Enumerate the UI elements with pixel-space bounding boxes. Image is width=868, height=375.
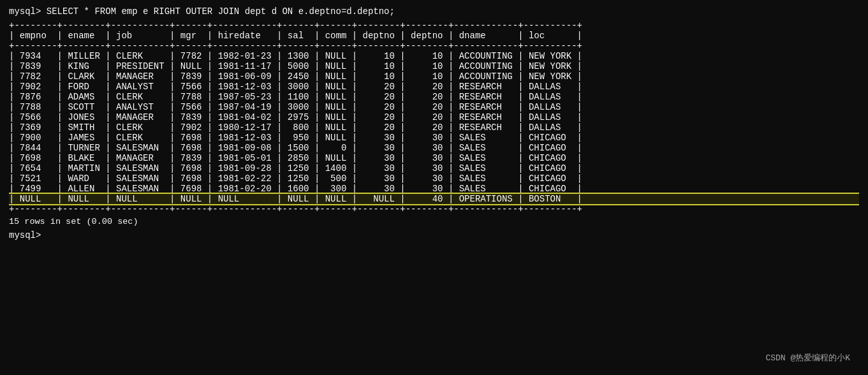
rows-info: 15 rows in set (0.00 sec) <box>9 217 859 226</box>
table-row: | 7698 | BLAKE | MANAGER | 7839 | 1981-0… <box>9 153 859 163</box>
table-row: | 7499 | ALLEN | SALESMAN | 7698 | 1981-… <box>9 184 859 194</box>
table-row: | 7844 | TURNER | SALESMAN | 7698 | 1981… <box>9 143 859 153</box>
table-row: | 7876 | ADAMS | CLERK | 7788 | 1987-05-… <box>9 92 859 102</box>
table-row: | 7788 | SCOTT | ANALYST | 7566 | 1987-0… <box>9 102 859 112</box>
bottom-border: +--------+--------+-----------+------+--… <box>9 204 859 214</box>
header-separator: +--------+--------+-----------+------+--… <box>9 41 859 51</box>
table-row: | 7839 | KING | PRESIDENT | NULL | 1981-… <box>9 61 859 71</box>
terminal-window: mysql> SELECT * FROM emp e RIGHT OUTER J… <box>9 6 859 369</box>
table-header: | empno | ename | job | mgr | hiredate |… <box>9 31 859 41</box>
watermark: CSDN @热爱编程的小K <box>765 352 850 364</box>
highlighted-row-container: | NULL | NULL | NULL | NULL | NULL | NUL… <box>9 194 859 204</box>
table-row: | 7902 | FORD | ANALYST | 7566 | 1981-12… <box>9 82 859 92</box>
table-row: | 7369 | SMITH | CLERK | 7902 | 1980-12-… <box>9 122 859 133</box>
data-rows: | 7934 | MILLER | CLERK | 7782 | 1982-01… <box>9 51 859 194</box>
table-row: | 7900 | JAMES | CLERK | 7698 | 1981-12-… <box>9 133 859 143</box>
highlighted-null-row: | NULL | NULL | NULL | NULL | NULL | NUL… <box>9 194 859 204</box>
sql-command: mysql> SELECT * FROM emp e RIGHT OUTER J… <box>9 6 859 17</box>
table-row: | 7782 | CLARK | MANAGER | 7839 | 1981-0… <box>9 71 859 82</box>
top-border: +--------+--------+-----------+------+--… <box>9 20 859 31</box>
table-row: | 7654 | MARTIN | SALESMAN | 7698 | 1981… <box>9 163 859 173</box>
table-row: | 7566 | JONES | MANAGER | 7839 | 1981-0… <box>9 112 859 122</box>
table-row: | 7934 | MILLER | CLERK | 7782 | 1982-01… <box>9 51 859 61</box>
mysql-prompt: mysql> <box>9 230 859 240</box>
table-row: | 7521 | WARD | SALESMAN | 7698 | 1981-0… <box>9 173 859 184</box>
query-results-table: +--------+--------+-----------+------+--… <box>9 20 859 214</box>
